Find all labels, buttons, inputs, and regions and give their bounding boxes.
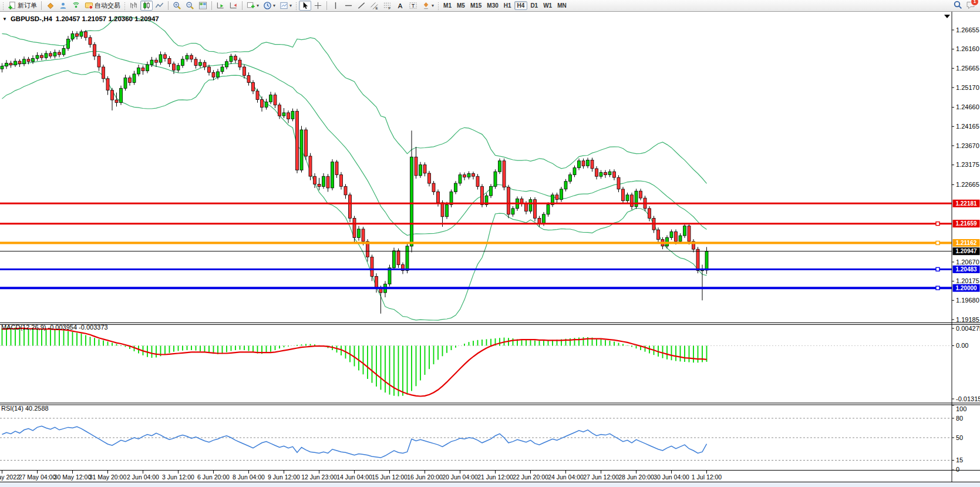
templates-button[interactable]: ▾ [278,1,294,11]
auto-scroll-button[interactable] [214,1,227,11]
svg-text:1.23670: 1.23670 [956,142,979,149]
candlestick-chart-button[interactable] [140,1,153,11]
toolbar-grip[interactable] [124,2,126,10]
separator [326,1,327,10]
svg-text:F: F [388,6,390,10]
line-chart-icon [155,1,164,10]
svg-text:1.20483: 1.20483 [955,266,977,273]
trendline-button[interactable] [355,1,368,11]
svg-text:24 Jun 04:00: 24 Jun 04:00 [548,473,584,481]
timeframe-m15[interactable]: M15 [468,2,484,9]
toolbar-grip[interactable] [295,2,297,10]
svg-text:1.25665: 1.25665 [956,65,979,72]
macd-label: MACD(12,26,9) -0.003954 -0.003373 [1,324,108,331]
toolbar-right: 1 [953,0,979,12]
level-drag-handle[interactable] [936,222,939,226]
svg-text:31 May 20:00: 31 May 20:00 [89,473,127,481]
price-axis[interactable]: 1.266551.261601.256651.251701.246601.241… [952,26,980,323]
search-icon [953,0,962,9]
vertical-line-button[interactable] [329,1,342,11]
chart-shift-button[interactable] [227,1,240,11]
fibonacci-icon: F [383,1,392,10]
level-drag-handle[interactable] [936,267,939,271]
period-button[interactable]: ▾ [261,1,277,11]
bar-chart-button[interactable] [127,1,140,11]
zoom-out-button[interactable] [184,1,196,11]
chart-title: ▼ GBPUSD-,H4 1.20457 1.21057 1.20360 1.2… [2,15,159,22]
autotrading-label: 自动交易 [95,1,120,10]
svg-text:0.004275: 0.004275 [956,325,980,332]
svg-text:1.20000: 1.20000 [955,285,977,291]
svg-text:9 Jun 12:00: 9 Jun 12:00 [268,473,300,481]
svg-text:1.20947: 1.20947 [955,248,977,254]
chart-window[interactable]: 1.266551.261601.256651.251701.246601.241… [0,12,980,487]
svg-text:1.25170: 1.25170 [956,84,979,91]
level-drag-handle[interactable] [936,241,939,245]
toolbar-grip[interactable] [2,2,4,10]
timeframe-m30[interactable]: M30 [484,2,500,9]
candles [1,30,708,314]
timeframe-h4[interactable]: H4 [514,1,528,10]
templates-icon [279,1,288,10]
timeframe-h1[interactable]: H1 [501,2,514,9]
chat-button[interactable]: 1 [966,0,975,12]
svg-text:1.22181: 1.22181 [955,200,977,207]
arrows-button[interactable]: ▾ [420,1,436,11]
community-button[interactable] [57,1,69,11]
time-axis[interactable]: 25 May 202227 May 04:0030 May 12:0031 Ma… [0,471,722,481]
chevron-down-icon: ▾ [289,4,292,8]
signals-button[interactable] [70,1,82,11]
svg-text:A: A [398,2,403,9]
new-chart-button[interactable]: ▾ [245,1,261,11]
svg-text:22 Jun 20:00: 22 Jun 20:00 [513,473,548,481]
autotrading-button[interactable]: 自动交易 [83,1,122,11]
tile-windows-button[interactable] [197,1,209,11]
zoom-in-button[interactable] [171,1,183,11]
horizontal-line-button[interactable] [342,1,355,11]
cursor-button[interactable] [299,1,311,11]
fibonacci-button[interactable]: F [381,1,393,11]
svg-text:0.00: 0.00 [956,342,968,349]
timeframe-w1[interactable]: W1 [541,2,554,9]
timeframe-m5[interactable]: M5 [454,2,467,9]
level-lines [0,203,952,290]
timeframe-mn[interactable]: MN [555,2,569,9]
new-order-button[interactable]: 新订单 [6,1,39,11]
zoom-in-icon [173,1,181,10]
svg-text:2 Jun 04:00: 2 Jun 04:00 [127,473,159,481]
market-watch-button[interactable] [44,1,56,11]
equidistant-channel-icon: E [370,1,379,10]
trendline-icon [357,1,366,10]
chevron-down-icon: ▾ [273,4,275,8]
timeframe-d1[interactable]: D1 [528,2,540,9]
text-button[interactable]: A [394,1,406,11]
timeframe-m1[interactable]: M1 [441,2,454,9]
rsi-line [2,426,707,458]
svg-text:1.22665: 1.22665 [956,181,979,188]
line-chart-button[interactable] [153,1,166,11]
symbol-dropdown-arrow[interactable]: ▼ [2,16,7,22]
toolbar: 新订单 自动交易 [0,0,980,12]
panel-separators [0,12,980,487]
auto-scroll-icon [216,1,225,10]
vertical-line-icon [331,1,340,10]
search-button[interactable] [953,0,962,12]
chart-canvas[interactable]: 1.266551.261601.256651.251701.246601.241… [0,12,980,487]
toolbar-grip[interactable] [437,2,439,10]
equidistant-channel-button[interactable]: E [368,1,380,11]
svg-text:1.26655: 1.26655 [956,26,979,33]
candlestick-chart-icon [142,1,151,10]
cursor-arrow-icon [301,1,309,10]
bollinger-bands [2,16,707,320]
svg-text:80: 80 [956,415,963,422]
text-label-button[interactable]: T [407,1,419,11]
new-chart-icon [247,1,255,10]
svg-text:30 Jun 04:00: 30 Jun 04:00 [654,473,689,481]
crosshair-button[interactable] [312,1,324,11]
svg-text:3 Jun 12:00: 3 Jun 12:00 [162,473,194,481]
level-drag-handle[interactable] [936,286,939,290]
chart-shift-icon [229,1,238,10]
svg-text:1 Jul 12:00: 1 Jul 12:00 [692,473,722,481]
separator [41,1,42,10]
new-order-icon [8,1,16,10]
